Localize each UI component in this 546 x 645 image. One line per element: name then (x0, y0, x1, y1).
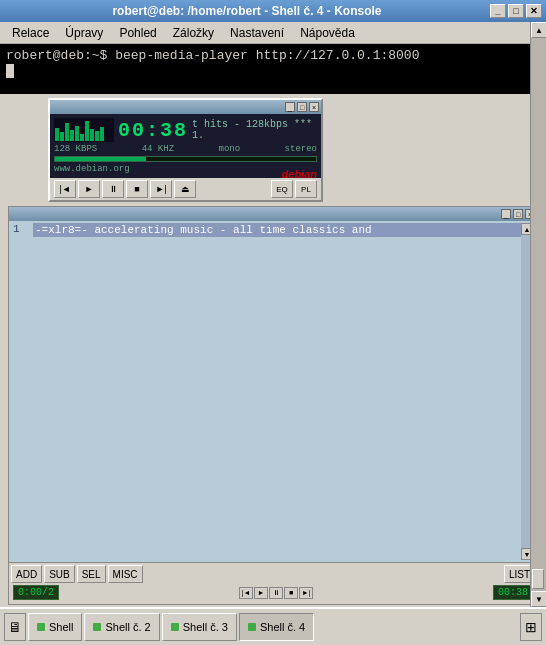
playlist-sub-button[interactable]: SUB (44, 565, 75, 583)
title-bar: robert@deb: /home/robert - Shell č. 4 - … (0, 0, 546, 22)
viz-bar-1 (55, 128, 59, 141)
player-pl-button[interactable]: PL (295, 180, 317, 198)
player-display: 00:38 t hits - 128kbps *** 1. (54, 118, 317, 142)
mini-play-button[interactable]: ► (254, 587, 268, 599)
player-info-row: 128 KBPS 44 KHZ mono stereo (54, 144, 317, 154)
terminal-wrapper: robert@deb:~$ beep-media-player http://1… (0, 44, 546, 94)
mini-next-button[interactable]: ►| (299, 587, 313, 599)
playlist-time-row: 0:00/2 |◄ ► ⏸ ■ ►| 00:38 (9, 585, 537, 602)
taskbar-right: ⊞ (520, 613, 542, 641)
menu-nastaveni[interactable]: Nastavení (222, 22, 292, 43)
close-button[interactable]: ✕ (526, 4, 542, 18)
player-track-info: t hits - 128kbps *** 1. (192, 119, 317, 141)
cursor-block (6, 64, 14, 78)
menu-bar: Relace Úpravy Pohled Záložky Nastavení N… (0, 22, 546, 44)
right-scroll-down-button[interactable]: ▼ (531, 591, 546, 607)
playlist-widget: _ □ × 1 -=xlr8=- accelerating music - al… (8, 206, 538, 605)
task-dot-4 (248, 623, 256, 631)
playlist-content: 1 -=xlr8=- accelerating music - all time… (9, 221, 537, 562)
player-track-name: t hits - 128kbps *** 1. (192, 119, 317, 141)
playlist-tracks[interactable]: -=xlr8=- accelerating music - all time c… (33, 223, 521, 560)
playlist-time-display: 0:00/2 (13, 585, 59, 600)
mini-controls: |◄ ► ⏸ ■ ►| (239, 587, 313, 599)
right-scroll-thumb[interactable] (532, 569, 544, 589)
playlist-buttons-row: ADD SUB SEL MISC LIST (9, 563, 537, 585)
terminal-content[interactable]: robert@deb:~$ beep-media-player http://1… (0, 44, 530, 92)
taskbar-shell-3-label: Shell č. 3 (183, 621, 228, 633)
playlist-bottom-bar: ADD SUB SEL MISC LIST 0:00/2 |◄ ► ⏸ ■ ►|… (9, 562, 537, 604)
viz-bar-4 (70, 130, 74, 141)
playlist-add-button[interactable]: ADD (11, 565, 42, 583)
task-dot-1 (37, 623, 45, 631)
player-min-button[interactable]: _ (285, 102, 295, 112)
viz-bar-5 (75, 126, 79, 141)
mini-stop-button[interactable]: ■ (284, 587, 298, 599)
player-progress-fill (55, 157, 146, 161)
taskbar-shell-2-label: Shell č. 2 (105, 621, 150, 633)
viz-bar-10 (100, 127, 104, 141)
player-stereo: stereo (285, 144, 317, 154)
taskbar-shell-3[interactable]: Shell č. 3 (162, 613, 237, 641)
taskbar-shell-2[interactable]: Shell č. 2 (84, 613, 159, 641)
menu-pohled[interactable]: Pohled (111, 22, 164, 43)
task-dot-2 (93, 623, 101, 631)
taskbar-shell-1-label: Shell (49, 621, 73, 633)
menu-relace[interactable]: Relace (4, 22, 57, 43)
player-eject-button[interactable]: ⏏ (174, 180, 196, 198)
playlist-number-1: 1 (13, 223, 33, 235)
mini-pause-button[interactable]: ⏸ (269, 587, 283, 599)
player-max-button[interactable]: □ (297, 102, 307, 112)
taskbar: 🖥 Shell Shell č. 2 Shell č. 3 Shell č. 4… (0, 607, 546, 645)
player-pause-button[interactable]: ⏸ (102, 180, 124, 198)
taskbar-shell-4[interactable]: Shell č. 4 (239, 613, 314, 641)
mini-prev-button[interactable]: |◄ (239, 587, 253, 599)
right-scroll-up-button[interactable]: ▲ (531, 22, 546, 38)
minimize-button[interactable]: _ (490, 4, 506, 18)
player-next-button[interactable]: ►| (150, 180, 172, 198)
maximize-button[interactable]: □ (508, 4, 524, 18)
player-time: 00:38 (118, 119, 188, 142)
player-url: www.debian.org (54, 164, 317, 174)
player-prev-button[interactable]: |◄ (54, 180, 76, 198)
main-content: _ □ × 00:38 t hi (0, 94, 546, 609)
playlist-numbers: 1 (13, 223, 33, 560)
taskbar-right-icon: ⊞ (520, 613, 542, 641)
task-dot-3 (171, 623, 179, 631)
window-controls: _ □ ✕ (490, 4, 542, 18)
system-tray-icon: 🖥 (4, 613, 26, 641)
playlist-misc-button[interactable]: MISC (108, 565, 143, 583)
playlist-title-bar: _ □ × (9, 207, 537, 221)
player-title-bar: _ □ × (50, 100, 321, 114)
player-body: 00:38 t hits - 128kbps *** 1. 128 KBPS 4… (50, 114, 321, 178)
right-scroll-track (531, 38, 546, 591)
menu-napoveda[interactable]: Nápověda (292, 22, 363, 43)
terminal-line-1: robert@deb:~$ beep-media-player http://1… (6, 48, 524, 63)
player-mono: mono (219, 144, 241, 154)
player-eq-button[interactable]: EQ (271, 180, 293, 198)
viz-bar-2 (60, 132, 64, 141)
taskbar-shell-4-label: Shell č. 4 (260, 621, 305, 633)
menu-zalozky[interactable]: Záložky (165, 22, 222, 43)
window-title: robert@deb: /home/robert - Shell č. 4 - … (4, 4, 490, 18)
viz-bar-6 (80, 134, 84, 141)
player-controls-bar: |◄ ► ⏸ ■ ►| ⏏ EQ PL (50, 178, 321, 200)
player-close-button[interactable]: × (309, 102, 319, 112)
player-stop-button[interactable]: ■ (126, 180, 148, 198)
player-play-button[interactable]: ► (78, 180, 100, 198)
viz-bar-7 (85, 121, 89, 141)
playlist-min-button[interactable]: _ (501, 209, 511, 219)
playlist-sel-button[interactable]: SEL (77, 565, 106, 583)
taskbar-shell-1[interactable]: Shell (28, 613, 82, 641)
viz-bar-3 (65, 123, 69, 141)
right-scrollbar: ▲ ▼ (530, 22, 546, 607)
player-bitrate: 128 KBPS (54, 144, 97, 154)
player-progress-bar[interactable] (54, 156, 317, 162)
menu-upravy[interactable]: Úpravy (57, 22, 111, 43)
playlist-end-time: 00:38 (493, 585, 533, 600)
viz-bar-9 (95, 131, 99, 141)
playlist-track-1[interactable]: -=xlr8=- accelerating music - all time c… (33, 223, 521, 237)
playlist-max-button[interactable]: □ (513, 209, 523, 219)
media-player-widget: _ □ × 00:38 t hi (48, 98, 323, 202)
viz-bar-8 (90, 129, 94, 141)
extra-controls: EQ PL (271, 180, 317, 198)
